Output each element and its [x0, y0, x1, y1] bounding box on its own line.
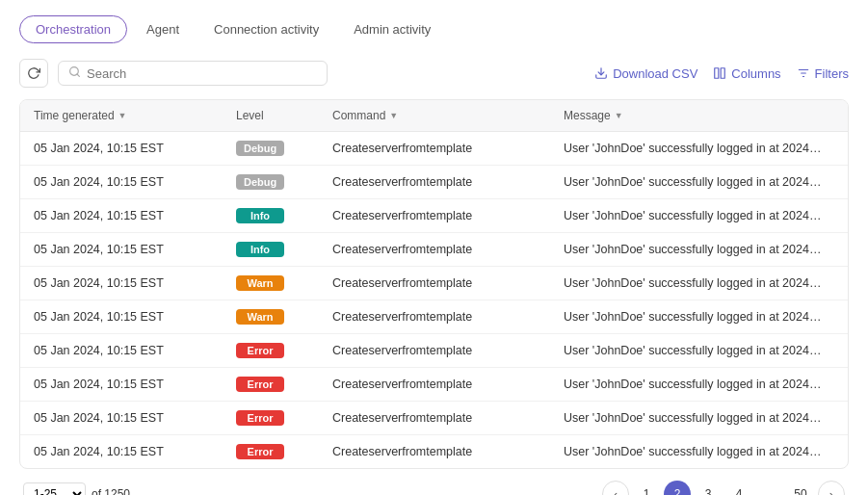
cell-command: Createserverfromtemplate [319, 435, 550, 469]
page-4-button[interactable]: 4 [725, 481, 752, 495]
table-row[interactable]: 05 Jan 2024, 10:15 EST Info Createserver… [20, 199, 848, 233]
level-badge: Warn [236, 309, 284, 325]
search-input[interactable] [87, 66, 317, 81]
search-box [58, 61, 328, 86]
cell-level: Error [223, 435, 319, 469]
page-1-button[interactable]: 1 [633, 481, 660, 495]
cell-level: Info [223, 199, 319, 233]
table-row[interactable]: 05 Jan 2024, 10:15 EST Warn Createserver… [20, 267, 848, 300]
filters-label: Filters [815, 66, 849, 81]
svg-line-1 [77, 74, 79, 76]
cell-level: Debug [223, 166, 319, 199]
cell-command: Createserverfromtemplate [319, 166, 550, 199]
cell-message: User 'JohnDoe' successfully logged in at… [550, 132, 848, 166]
table-row[interactable]: 05 Jan 2024, 10:15 EST Debug Createserve… [20, 166, 848, 199]
cell-command: Createserverfromtemplate [319, 199, 550, 233]
columns-label: Columns [731, 66, 780, 81]
col-level: Level [223, 100, 319, 132]
level-badge: Debug [236, 141, 284, 156]
page-ellipsis: … [756, 481, 783, 495]
download-csv-button[interactable]: Download CSV [594, 66, 697, 81]
next-page-button[interactable]: › [818, 481, 845, 495]
col-time[interactable]: Time generated ▼ [20, 100, 223, 132]
cell-level: Error [223, 402, 319, 435]
filters-icon [797, 66, 810, 80]
cell-command: Createserverfromtemplate [319, 300, 550, 334]
table-row[interactable]: 05 Jan 2024, 10:15 EST Info Createserver… [20, 233, 848, 267]
table-row[interactable]: 05 Jan 2024, 10:15 EST Warn Createserver… [20, 300, 848, 334]
svg-rect-3 [715, 68, 719, 79]
cell-level: Warn [223, 300, 319, 334]
cell-message: User 'JohnDoe' successfully logged in at… [550, 267, 848, 300]
cell-time: 05 Jan 2024, 10:15 EST [20, 402, 223, 435]
pagination-bar: 1-25 1-50 1-100 of 1250 ‹ 1 2 3 4 … 50 › [19, 469, 849, 495]
filters-button[interactable]: Filters [797, 66, 849, 81]
cell-message: User 'JohnDoe' successfully logged in at… [550, 368, 848, 402]
toolbar: Download CSV Columns Filters [19, 59, 849, 88]
sort-arrow-time: ▼ [118, 111, 127, 120]
tab-admin-activity[interactable]: Admin activity [338, 16, 446, 42]
page-3-button[interactable]: 3 [695, 481, 722, 495]
col-command[interactable]: Command ▼ [319, 100, 550, 132]
columns-button[interactable]: Columns [713, 66, 780, 81]
cell-command: Createserverfromtemplate [319, 233, 550, 267]
cell-time: 05 Jan 2024, 10:15 EST [20, 267, 223, 300]
table-row[interactable]: 05 Jan 2024, 10:15 EST Error Createserve… [20, 368, 848, 402]
cell-message: User 'JohnDoe' successfully logged in at… [550, 300, 848, 334]
page-container: Orchestration Agent Connection activity … [0, 0, 868, 495]
cell-time: 05 Jan 2024, 10:15 EST [20, 166, 223, 199]
page-50-button[interactable]: 50 [787, 481, 814, 495]
cell-level: Warn [223, 267, 319, 300]
cell-time: 05 Jan 2024, 10:15 EST [20, 334, 223, 368]
cell-message: User 'JohnDoe' successfully logged in at… [550, 402, 848, 435]
svg-rect-4 [721, 68, 724, 79]
level-badge: Error [236, 444, 284, 459]
tab-connection-activity[interactable]: Connection activity [198, 16, 334, 42]
col-message[interactable]: Message ▼ [550, 100, 848, 132]
table-header-row: Time generated ▼ Level Command ▼ [20, 100, 848, 132]
level-badge: Error [236, 343, 284, 358]
cell-level: Error [223, 334, 319, 368]
page-2-button[interactable]: 2 [664, 481, 691, 495]
tab-bar: Orchestration Agent Connection activity … [19, 15, 849, 43]
sort-arrow-command: ▼ [389, 111, 398, 120]
table-row[interactable]: 05 Jan 2024, 10:15 EST Debug Createserve… [20, 132, 848, 166]
cell-command: Createserverfromtemplate [319, 368, 550, 402]
data-table: Time generated ▼ Level Command ▼ [19, 99, 849, 469]
table-row[interactable]: 05 Jan 2024, 10:15 EST Error Createserve… [20, 334, 848, 368]
cell-level: Info [223, 233, 319, 267]
cell-command: Createserverfromtemplate [319, 334, 550, 368]
page-size-select[interactable]: 1-25 1-50 1-100 [23, 482, 86, 495]
cell-level: Error [223, 368, 319, 402]
cell-message: User 'JohnDoe' successfully logged in at… [550, 334, 848, 368]
cell-command: Createserverfromtemplate [319, 267, 550, 300]
page-size-control: 1-25 1-50 1-100 of 1250 [23, 482, 130, 495]
cell-time: 05 Jan 2024, 10:15 EST [20, 435, 223, 469]
table-row[interactable]: 05 Jan 2024, 10:15 EST Error Createserve… [20, 435, 848, 469]
cell-message: User 'JohnDoe' successfully logged in at… [550, 166, 848, 199]
cell-message: User 'JohnDoe' successfully logged in at… [550, 233, 848, 267]
level-badge: Error [236, 410, 284, 426]
prev-page-button[interactable]: ‹ [602, 481, 629, 495]
cell-time: 05 Jan 2024, 10:15 EST [20, 132, 223, 166]
cell-message: User 'JohnDoe' successfully logged in at… [550, 435, 848, 469]
download-csv-label: Download CSV [613, 66, 697, 81]
cell-command: Createserverfromtemplate [319, 132, 550, 166]
sort-arrow-message: ▼ [615, 111, 623, 120]
tab-orchestration[interactable]: Orchestration [19, 15, 127, 43]
cell-time: 05 Jan 2024, 10:15 EST [20, 233, 223, 267]
level-badge: Warn [236, 275, 284, 291]
cell-time: 05 Jan 2024, 10:15 EST [20, 199, 223, 233]
refresh-icon [27, 66, 40, 80]
search-icon [68, 65, 81, 81]
table-row[interactable]: 05 Jan 2024, 10:15 EST Error Createserve… [20, 402, 848, 435]
cell-time: 05 Jan 2024, 10:15 EST [20, 368, 223, 402]
download-icon [594, 66, 608, 80]
level-badge: Error [236, 377, 284, 392]
level-badge: Info [236, 242, 284, 257]
refresh-button[interactable] [19, 59, 48, 88]
tab-agent[interactable]: Agent [131, 16, 195, 42]
cell-message: User 'JohnDoe' successfully logged in at… [550, 199, 848, 233]
toolbar-right: Download CSV Columns Filters [594, 66, 849, 81]
cell-command: Createserverfromtemplate [319, 402, 550, 435]
